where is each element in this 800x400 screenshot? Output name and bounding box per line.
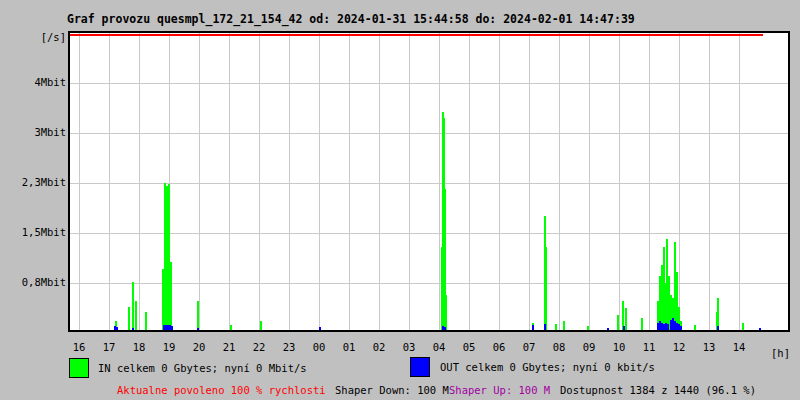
in-legend-label: IN celkem 0 Gbytes; nyní 0 Mbit/s xyxy=(98,362,307,374)
x-axis-unit-label: [h] xyxy=(740,347,790,359)
y-tick-label: 2,3Mbit xyxy=(0,176,66,188)
plot-area xyxy=(68,31,790,332)
gridline-vertical xyxy=(259,33,260,330)
data-bar-out xyxy=(532,325,534,330)
data-bar-out xyxy=(444,327,446,330)
data-bar-in xyxy=(170,262,172,330)
data-bar-out xyxy=(544,324,546,330)
data-bar-in xyxy=(545,247,547,330)
x-tick-label: 05 xyxy=(456,341,482,353)
gridline-vertical xyxy=(79,33,80,330)
data-bar-in xyxy=(132,282,134,330)
x-tick-label: 03 xyxy=(396,341,422,353)
gridline-vertical xyxy=(349,33,350,330)
y-tick-label: 4Mbit xyxy=(0,76,66,88)
gridline-horizontal xyxy=(70,83,788,84)
gridline-vertical xyxy=(529,33,530,330)
gridline-horizontal xyxy=(70,233,788,234)
data-bar-in xyxy=(625,308,627,330)
out-legend-swatch xyxy=(410,357,430,377)
gridline-vertical xyxy=(679,33,680,330)
gridline-vertical xyxy=(409,33,410,330)
gridline-vertical xyxy=(469,33,470,330)
data-bar-in xyxy=(555,324,557,330)
x-tick-label: 09 xyxy=(576,341,602,353)
shaper-up-text: Shaper Up: 100 M xyxy=(449,384,550,396)
x-tick-label: 06 xyxy=(486,341,512,353)
data-bar-out xyxy=(607,328,609,330)
x-tick-label: 19 xyxy=(156,341,182,353)
gridline-vertical xyxy=(709,33,710,330)
data-bar-in xyxy=(694,325,696,330)
gridline-vertical xyxy=(499,33,500,330)
data-bar-in xyxy=(445,295,447,330)
x-tick-label: 21 xyxy=(216,341,242,353)
availability-text: Dostupnost 1384 z 1440 (96.1 %) xyxy=(560,384,756,396)
data-bar-in xyxy=(260,321,262,330)
data-bar-out xyxy=(759,328,761,330)
x-tick-label: 02 xyxy=(366,341,392,353)
x-tick-label: 18 xyxy=(126,341,152,353)
gridline-vertical xyxy=(649,33,650,330)
x-tick-label: 22 xyxy=(246,341,272,353)
traffic-graph-page: Graf provozu quesmpl_172_21_154_42 od: 2… xyxy=(0,0,800,400)
shaper-limit-line xyxy=(70,34,763,36)
data-bar-out xyxy=(623,326,625,330)
gridline-vertical xyxy=(439,33,440,330)
x-tick-label: 01 xyxy=(336,341,362,353)
gridline-vertical xyxy=(139,33,140,330)
y-tick-label: 3Mbit xyxy=(0,126,66,138)
x-tick-label: 23 xyxy=(276,341,302,353)
data-bar-in xyxy=(135,301,137,330)
gridline-vertical xyxy=(229,33,230,330)
data-bar-in xyxy=(617,315,619,330)
data-bar-in xyxy=(197,301,199,330)
data-bar-in xyxy=(145,312,147,330)
data-bar-in xyxy=(641,318,643,330)
x-tick-label: 04 xyxy=(426,341,452,353)
gridline-vertical xyxy=(379,33,380,330)
x-tick-label: 17 xyxy=(96,341,122,353)
data-bar-out xyxy=(116,327,118,330)
gridline-vertical xyxy=(199,33,200,330)
data-bar-in xyxy=(587,326,589,330)
gridline-horizontal xyxy=(70,183,788,184)
data-bar-out xyxy=(197,328,199,330)
gridline-vertical xyxy=(619,33,620,330)
out-legend-label: OUT celkem 0 Gbytes; nyní 0 kbit/s xyxy=(440,361,655,373)
gridline-horizontal xyxy=(70,283,788,284)
data-bar-in xyxy=(742,323,744,330)
x-tick-label: 12 xyxy=(666,341,692,353)
gridline-vertical xyxy=(589,33,590,330)
gridline-vertical xyxy=(739,33,740,330)
gridline-vertical xyxy=(289,33,290,330)
y-axis-unit-label: [/s] xyxy=(0,31,66,43)
x-tick-label: 10 xyxy=(606,341,632,353)
x-tick-label: 11 xyxy=(636,341,662,353)
data-bar-out xyxy=(171,326,173,330)
data-bar-in xyxy=(563,321,565,330)
data-bar-in xyxy=(230,325,232,330)
graph-title: Graf provozu quesmpl_172_21_154_42 od: 2… xyxy=(67,12,635,26)
x-tick-label: 07 xyxy=(516,341,542,353)
gridline-vertical xyxy=(109,33,110,330)
shaper-down-text: Shaper Down: 100 M xyxy=(335,384,449,396)
x-tick-label: 20 xyxy=(186,341,212,353)
in-legend-swatch xyxy=(69,358,89,378)
allowed-speed-text: Aktualne povoleno 100 % rychlosti xyxy=(117,384,326,396)
data-bar-in xyxy=(128,307,130,330)
data-bar-out xyxy=(667,324,669,330)
x-tick-label: 08 xyxy=(546,341,572,353)
data-bar-out xyxy=(717,326,719,330)
gridline-vertical xyxy=(319,33,320,330)
data-bar-out xyxy=(319,327,321,330)
y-tick-label: 0,8Mbit xyxy=(0,276,66,288)
x-tick-label: 16 xyxy=(66,341,92,353)
data-bar-out xyxy=(132,328,134,330)
x-tick-label: 13 xyxy=(696,341,722,353)
x-tick-label: 00 xyxy=(306,341,332,353)
gridline-vertical xyxy=(559,33,560,330)
plot-canvas xyxy=(70,33,788,330)
y-tick-label: 1,5Mbit xyxy=(0,226,66,238)
gridline-horizontal xyxy=(70,133,788,134)
